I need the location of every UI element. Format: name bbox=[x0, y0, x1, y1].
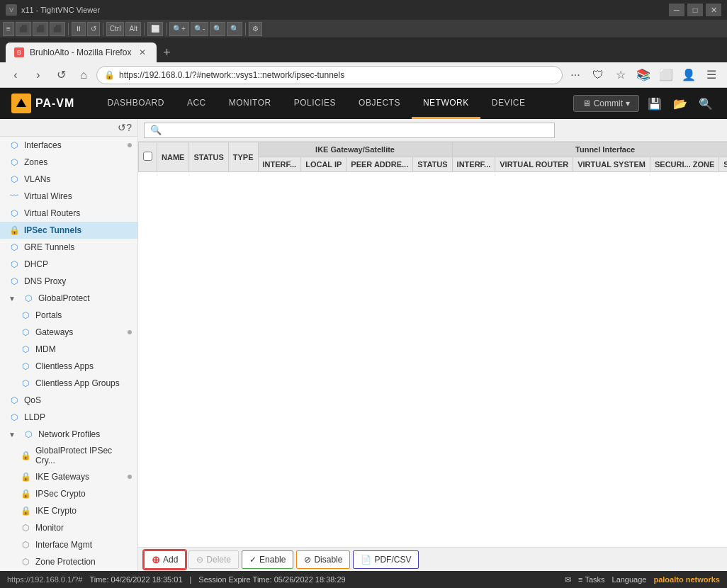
home-button[interactable]: ⌂ bbox=[74, 65, 94, 85]
sidebar-item-globalprotect[interactable]: ▼ ⬡ GlobalProtect bbox=[0, 290, 137, 307]
nav-dashboard[interactable]: DASHBOARD bbox=[96, 88, 176, 119]
nav-more-button[interactable]: ··· bbox=[565, 65, 585, 85]
sidebar-item-clientless-app-groups[interactable]: ⬡ Clientless App Groups bbox=[0, 375, 137, 392]
sidebar-item-interface-mgmt[interactable]: ⬡ Interface Mgmt bbox=[0, 536, 137, 553]
header-search-button[interactable]: 🔍 bbox=[696, 94, 716, 113]
sidebar-help-button[interactable]: ? bbox=[126, 122, 132, 133]
nav-account[interactable]: 👤 bbox=[679, 65, 699, 85]
add-button[interactable]: ⊕ Add bbox=[144, 550, 186, 569]
tb-btn-alt[interactable]: Alt bbox=[125, 22, 141, 36]
back-button[interactable]: ‹ bbox=[6, 65, 26, 85]
close-button[interactable]: ✕ bbox=[706, 4, 721, 16]
search-input[interactable] bbox=[162, 125, 548, 135]
minimize-button[interactable]: ─ bbox=[669, 4, 684, 16]
sidebar-label-clientless-app-groups: Clientless App Groups bbox=[35, 378, 120, 388]
sidebar-item-ike-gateways[interactable]: 🔒 IKE Gateways bbox=[0, 468, 137, 485]
nav-network[interactable]: NETWORK bbox=[412, 88, 480, 119]
sidebar-item-qos[interactable]: ⬡ QoS bbox=[0, 392, 137, 409]
tb-btn-zoom-full[interactable]: 🔍 bbox=[227, 22, 242, 36]
pdf-csv-button[interactable]: 📄 PDF/CSV bbox=[353, 550, 419, 569]
logo-icon bbox=[11, 94, 31, 113]
nav-acc[interactable]: ACC bbox=[176, 88, 218, 119]
gp-ipsec-crypto-icon: 🔒 bbox=[20, 450, 31, 461]
nav-pocket-button[interactable]: 🛡 bbox=[588, 65, 608, 85]
enable-button[interactable]: ✓ Enable bbox=[242, 550, 293, 569]
sidebar-label-zones: Zones bbox=[24, 157, 47, 167]
disable-button[interactable]: ⊘ Disable bbox=[296, 550, 350, 569]
th-tunnel-interf: INTERF... bbox=[452, 157, 495, 172]
header-save-button[interactable]: 💾 bbox=[645, 94, 665, 113]
sidebar-item-ipsec-crypto[interactable]: 🔒 IPSec Crypto bbox=[0, 485, 137, 502]
search-box[interactable]: 🔍 bbox=[144, 123, 555, 138]
nav-policies[interactable]: POLICIES bbox=[283, 88, 347, 119]
sidebar-item-dns-proxy[interactable]: ⬡ DNS Proxy bbox=[0, 273, 137, 290]
th-interf: INTERF... bbox=[258, 157, 301, 172]
sidebar-label-ipsec-crypto: IPSec Crypto bbox=[35, 489, 86, 499]
tb-btn-2[interactable]: ⬛ bbox=[16, 22, 31, 36]
reload-button[interactable]: ↺ bbox=[51, 65, 71, 85]
nav-synced-tabs[interactable]: 📚 bbox=[633, 65, 653, 85]
tb-btn-6[interactable]: ↺ bbox=[87, 22, 100, 36]
tb-btn-ctrl[interactable]: Ctrl bbox=[106, 22, 125, 36]
tb-btn-options[interactable]: ⚙ bbox=[249, 22, 262, 36]
sidebar-item-zones[interactable]: ⬡ Zones bbox=[0, 154, 137, 171]
tb-btn-zoom-fit[interactable]: 🔍 bbox=[210, 22, 225, 36]
tb-btn-copy[interactable]: ⬜ bbox=[147, 22, 163, 36]
toolbar-sep-5 bbox=[245, 23, 246, 35]
tb-btn-zoom-out[interactable]: 🔍- bbox=[191, 22, 208, 36]
sidebar-item-dhcp[interactable]: ⬡ DHCP bbox=[0, 256, 137, 273]
browser-tab[interactable]: B BruhloAlto - Mozilla Firefox ✕ bbox=[6, 43, 157, 62]
select-all-checkbox[interactable] bbox=[143, 152, 152, 161]
gateways-icon: ⬡ bbox=[20, 327, 31, 338]
sidebar-label-vlans: VLANs bbox=[24, 174, 50, 184]
sidebar-item-mdm[interactable]: ⬡ MDM bbox=[0, 341, 137, 358]
url-bar[interactable]: 🔒 https://192.168.0.1/?#network::vsys1::… bbox=[96, 66, 563, 84]
nav-bookmark-button[interactable]: ☆ bbox=[611, 65, 631, 85]
header-load-button[interactable]: 📂 bbox=[670, 94, 690, 113]
forward-button[interactable]: › bbox=[28, 65, 48, 85]
sidebar-item-portals[interactable]: ⬡ Portals bbox=[0, 307, 137, 324]
sidebar-item-vlans[interactable]: ⬡ VLANs bbox=[0, 171, 137, 188]
sidebar-item-gateways[interactable]: ⬡ Gateways bbox=[0, 324, 137, 341]
sidebar-item-gp-ipsec-crypto[interactable]: 🔒 GlobalProtect IPSec Cry... bbox=[0, 443, 137, 468]
th-checkbox bbox=[139, 142, 157, 172]
maximize-button[interactable]: □ bbox=[687, 4, 703, 16]
sidebar-item-network-profiles[interactable]: ▼ ⬡ Network Profiles bbox=[0, 426, 137, 443]
sidebar-item-ipsec-tunnels[interactable]: 🔒 IPSec Tunnels bbox=[0, 222, 137, 239]
tb-btn-4[interactable]: ⬛ bbox=[50, 22, 65, 36]
tb-btn-3[interactable]: ⬛ bbox=[33, 22, 48, 36]
tab-close-button[interactable]: ✕ bbox=[137, 47, 148, 58]
sidebar-item-clientless-apps[interactable]: ⬡ Clientless Apps bbox=[0, 358, 137, 375]
nav-tab-overview[interactable]: ⬜ bbox=[656, 65, 676, 85]
new-tab-button[interactable]: + bbox=[157, 43, 176, 62]
sidebar-label-ipsec-tunnels: IPSec Tunnels bbox=[24, 225, 81, 235]
nav-device[interactable]: DEVICE bbox=[480, 88, 537, 119]
sidebar-label-mdm: MDM bbox=[35, 344, 56, 354]
sidebar-item-ike-crypto[interactable]: 🔒 IKE Crypto bbox=[0, 502, 137, 519]
sidebar-refresh-button[interactable]: ↺ bbox=[118, 122, 126, 133]
sidebar-item-monitor[interactable]: ⬡ Monitor bbox=[0, 519, 137, 536]
tb-btn-5[interactable]: ⏸ bbox=[72, 22, 86, 36]
th-virtual-system: VIRTUAL SYSTEM bbox=[573, 157, 650, 172]
delete-icon: ⊖ bbox=[196, 555, 203, 565]
sidebar-item-zone-protection[interactable]: ⬡ Zone Protection bbox=[0, 553, 137, 570]
sidebar-item-lldp[interactable]: ⬡ LLDP bbox=[0, 409, 137, 426]
tb-btn-zoom-in[interactable]: 🔍+ bbox=[169, 22, 189, 36]
sidebar-item-interfaces[interactable]: ⬡ Interfaces bbox=[0, 137, 137, 154]
ipsec-crypto-icon: 🔒 bbox=[20, 488, 31, 499]
sidebar-item-virtual-routers[interactable]: ⬡ Virtual Routers bbox=[0, 205, 137, 222]
nav-monitor[interactable]: MONITOR bbox=[218, 88, 283, 119]
sidebar-label-interface-mgmt: Interface Mgmt bbox=[35, 540, 92, 550]
nav-menu[interactable]: ☰ bbox=[701, 65, 721, 85]
delete-button[interactable]: ⊖ Delete bbox=[188, 550, 239, 569]
window-titlebar: V x11 - TightVNC Viewer ─ □ ✕ bbox=[0, 0, 727, 20]
zones-icon: ⬡ bbox=[9, 157, 20, 168]
sidebar-item-gre-tunnels[interactable]: ⬡ GRE Tunnels bbox=[0, 239, 137, 256]
commit-button[interactable]: 🖥 Commit ▾ bbox=[573, 95, 639, 112]
sidebar-item-qos-profile[interactable]: ⬡ QoS Profile bbox=[0, 570, 137, 571]
sidebar-item-virtual-wires[interactable]: 〰 Virtual Wires bbox=[0, 188, 137, 205]
th-ike-group: IKE Gateway/Satellite bbox=[258, 142, 452, 157]
nav-objects[interactable]: OBJECTS bbox=[347, 88, 412, 119]
add-icon: ⊕ bbox=[152, 554, 160, 565]
tb-btn-1[interactable]: ≡ bbox=[3, 22, 14, 36]
